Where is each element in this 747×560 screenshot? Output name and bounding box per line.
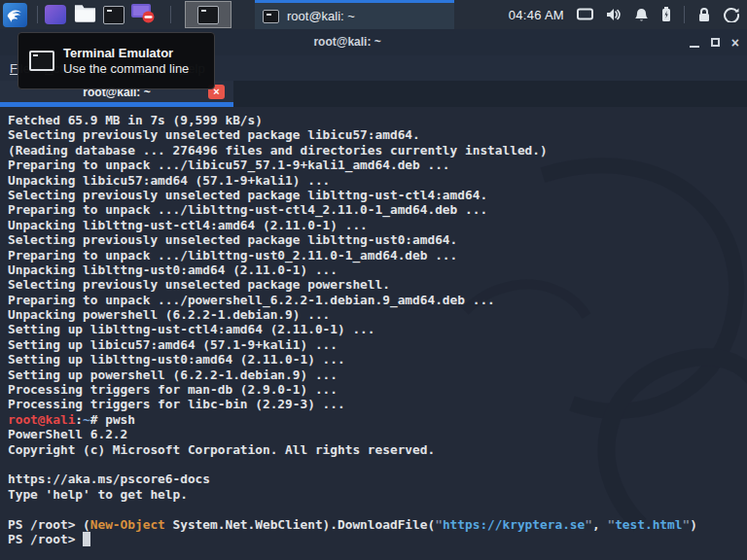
terminal-icon: [103, 6, 124, 24]
terminal-line: Processing triggers for man-db (2.9.0-1)…: [8, 382, 747, 397]
terminal-line: https://aka.ms/pscore6-docs: [8, 472, 747, 486]
launcher-terminal[interactable]: [102, 3, 125, 26]
terminal-icon: [29, 51, 54, 71]
terminal-line: (Reading database ... 276496 files and d…: [8, 143, 747, 158]
logout-icon[interactable]: [724, 7, 739, 22]
launcher-file-manager[interactable]: [73, 3, 96, 26]
panel-separator: [170, 6, 171, 23]
display-icon[interactable]: [577, 8, 593, 21]
terminal-line: Setting up liblttng-ust-ctl4:amd64 (2.11…: [8, 322, 747, 336]
close-icon[interactable]: ×: [731, 36, 739, 50]
terminal-emulator-launcher[interactable]: [185, 1, 231, 28]
terminal-line: Preparing to unpack .../libicu57_57.1-9+…: [8, 158, 747, 172]
terminal-icon: [263, 10, 279, 23]
terminal-line: Selecting previously unselected package …: [8, 188, 747, 202]
desktop-icon: [45, 5, 66, 24]
clock[interactable]: 04:46 AM: [509, 8, 564, 22]
launcher-desktop[interactable]: [44, 3, 67, 26]
terminal-line: [8, 502, 747, 516]
terminal-line: Preparing to unpack .../liblttng-ust-ctl…: [8, 202, 747, 217]
terminal-output-lines: Fetched 65.9 MB in 7s (9,599 kB/s)Select…: [8, 113, 747, 546]
terminal-line: root@kali:~# pwsh: [8, 412, 747, 427]
terminal-output[interactable]: Fetched 65.9 MB in 7s (9,599 kB/s)Select…: [0, 107, 747, 560]
taskbar-window-button[interactable]: root@kali: ~: [255, 0, 454, 29]
taskbar-window-label: root@kali: ~: [287, 9, 355, 23]
panel-separator: [37, 6, 38, 23]
tooltip-title: Terminal Emulator: [63, 46, 189, 60]
panel-separator: [684, 6, 685, 23]
terminal-line: [8, 457, 747, 472]
terminal-line: Preparing to unpack .../powershell_6.2.2…: [8, 293, 747, 307]
terminal-line: PS /root>: [8, 532, 747, 546]
tooltip: Terminal Emulator Use the command line: [18, 32, 215, 89]
terminal-line: Setting up powershell (6.2.2-1.debian.9)…: [8, 368, 747, 382]
file-manager-icon: [74, 3, 96, 26]
tooltip-subtitle: Use the command line: [63, 61, 189, 76]
desktop: root@kali: ~ 04:46 AM: [0, 0, 747, 560]
terminal-line: Unpacking liblttng-ust0:amd64 (2.11.0-1)…: [8, 262, 747, 277]
terminal-line: Selecting previously unselected package …: [8, 127, 747, 142]
terminal-line: Preparing to unpack .../liblttng-ust0_2.…: [8, 248, 747, 262]
maximize-icon[interactable]: [711, 38, 720, 47]
notifications-bell-icon[interactable]: [634, 8, 649, 22]
panel-tray: 04:46 AM: [509, 6, 739, 23]
terminal-line: PowerShell 6.2.2: [8, 427, 747, 441]
terminal-line: Processing triggers for libc-bin (2.29-3…: [8, 397, 747, 411]
volume-icon[interactable]: [606, 8, 622, 21]
top-panel: root@kali: ~ 04:46 AM: [0, 0, 747, 29]
terminal-line: Unpacking powershell (6.2.2-1.debian.9) …: [8, 307, 747, 322]
terminal-line: Unpacking libicu57:amd64 (57.1-9+kali1) …: [8, 173, 747, 188]
window-title: root@kali: ~: [313, 35, 380, 49]
terminal-emulator-icon: [197, 6, 219, 24]
lock-icon[interactable]: [697, 7, 711, 22]
kali-menu-button[interactable]: [3, 3, 27, 27]
terminal-line: Selecting previously unselected package …: [8, 277, 747, 292]
battery-icon[interactable]: [661, 7, 671, 22]
terminal-line: Fetched 65.9 MB in 7s (9,599 kB/s): [8, 113, 747, 127]
terminal-line: Type 'help' to get help.: [8, 487, 747, 502]
terminal-line: Copyright (c) Microsoft Corporation. All…: [8, 442, 747, 457]
minimize-icon[interactable]: [690, 46, 699, 48]
display-disabled-icon: [130, 2, 156, 27]
terminal-line: PS /root> (New-Object System.Net.WebClie…: [8, 517, 747, 532]
terminal-line: Setting up liblttng-ust0:amd64 (2.11.0-1…: [8, 352, 747, 367]
terminal-line: Selecting previously unselected package …: [8, 232, 747, 247]
kali-logo-icon: [6, 4, 24, 26]
launcher-display-settings[interactable]: [131, 3, 155, 26]
terminal-line: Unpacking liblttng-ust-ctl4:amd64 (2.11.…: [8, 218, 747, 232]
terminal-line: Setting up libicu57:amd64 (57.1-9+kali1)…: [8, 337, 747, 352]
terminal-window: root@kali: ~ × File Actions Edit View He…: [0, 29, 747, 560]
